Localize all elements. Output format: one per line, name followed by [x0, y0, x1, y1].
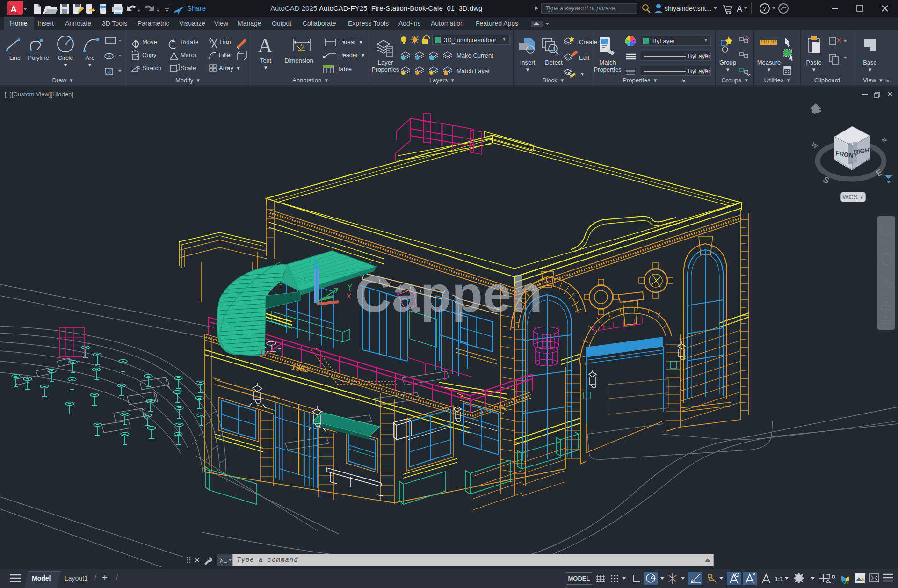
- svg-text:A: A: [10, 4, 17, 14]
- svg-text:A: A: [258, 34, 273, 57]
- svg-text:S: S: [821, 174, 831, 186]
- svg-text:shiyamdev.srit...: shiyamdev.srit...: [665, 5, 711, 12]
- svg-text:A: A: [737, 4, 742, 14]
- svg-text:W: W: [810, 141, 819, 150]
- svg-text:N: N: [880, 136, 888, 144]
- svg-text:?: ?: [763, 5, 766, 12]
- svg-text:1:1: 1:1: [775, 575, 783, 582]
